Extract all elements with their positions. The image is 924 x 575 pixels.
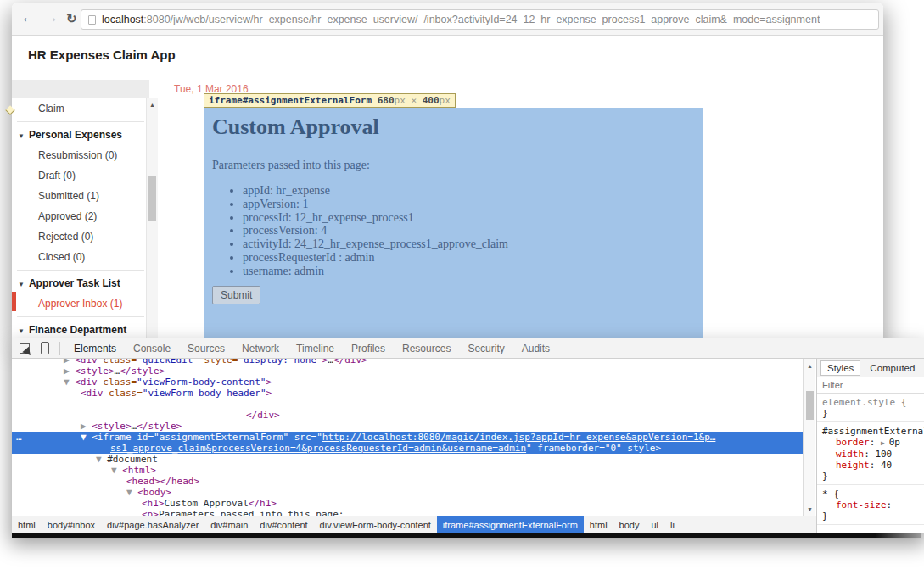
param-item: processVersion: 4 xyxy=(243,224,703,237)
inspect-element-icon[interactable] xyxy=(20,343,30,354)
tree-token: <div xyxy=(75,377,98,388)
tree-token: ▶ xyxy=(64,366,75,377)
styles-filter-input[interactable] xyxy=(817,377,924,394)
dom-tree-row[interactable]: …▼ <iframe id="assignmentExternalForm" s… xyxy=(12,432,803,443)
tree-token: style= xyxy=(199,359,238,366)
breadcrumb-item[interactable]: body xyxy=(613,516,646,533)
css-property[interactable]: width: 100 xyxy=(822,449,924,460)
row-overflow-marker: … xyxy=(16,432,23,443)
sidebar-item[interactable]: Rejected (0) xyxy=(12,226,149,247)
css-selector[interactable]: * { xyxy=(822,488,924,500)
app-title: HR Expenses Claim App xyxy=(28,47,176,62)
tree-token: <iframe xyxy=(92,432,131,443)
breadcrumb-item[interactable]: html xyxy=(584,516,613,533)
tree-token: #document xyxy=(107,454,158,465)
sidebar-item[interactable]: Approver Inbox (1) xyxy=(12,293,149,314)
devtools-tab-audits[interactable]: Audits xyxy=(513,339,558,358)
tree-token: <div xyxy=(81,388,104,399)
styles-pane-tab-computed[interactable]: Computed xyxy=(864,361,921,375)
tree-token: ▶ xyxy=(64,359,75,366)
forward-icon[interactable]: → xyxy=(44,9,59,26)
dom-tree-row[interactable]: ▼ <body> xyxy=(12,487,803,498)
breadcrumb-item[interactable]: li xyxy=(664,516,680,533)
tree-token: "viewForm-body-content" xyxy=(137,377,266,388)
dom-tree-row[interactable]: ss1_approve_claim&processVersion=4&proce… xyxy=(12,443,803,454)
submit-button[interactable]: Submit xyxy=(212,286,260,304)
tree-token: ▼ xyxy=(111,465,122,476)
breadcrumb-item[interactable]: div#page.hasAnalyzer xyxy=(101,516,204,533)
dom-tree-row[interactable]: ▶ <style>…</style> xyxy=(12,366,803,377)
breadcrumb-item[interactable]: div#content xyxy=(254,516,313,533)
tooltip-width: 680 xyxy=(378,95,395,106)
dom-tree-row[interactable]: <div class="viewForm-body-header"> xyxy=(12,388,803,399)
css-selector[interactable]: #assignmentExternalForm { xyxy=(822,426,924,437)
page-icon xyxy=(88,15,96,25)
dom-tree-row[interactable]: ▼ #document xyxy=(12,454,803,465)
scroll-down-icon[interactable]: ▼ xyxy=(807,506,813,512)
iframe-highlight-overlay: Custom Approval Parameters passed into t… xyxy=(204,108,703,338)
sidebar-group-header[interactable]: ▼Approver Task List xyxy=(12,273,149,293)
device-mode-icon[interactable] xyxy=(41,342,49,354)
devtools-tab-network[interactable]: Network xyxy=(233,339,288,358)
tree-token: " xyxy=(316,432,322,443)
reload-icon[interactable]: ↻ xyxy=(66,11,77,26)
dom-tree-row[interactable]: ▶ <div class="quickEdit" style="display:… xyxy=(12,359,803,366)
elements-scrollbar[interactable]: ▲ ▼ xyxy=(803,359,815,516)
scroll-up-icon[interactable]: ▲ xyxy=(807,363,813,369)
devtools-tab-sources[interactable]: Sources xyxy=(179,339,233,358)
dom-tree-row[interactable]: ▼ <div class="viewForm-body-content"> xyxy=(12,377,803,388)
dom-tree-row[interactable]: </div> xyxy=(12,410,803,421)
css-property[interactable]: border: ▶ 0p xyxy=(822,437,924,449)
styles-pane: StylesComputed element.style {}#assignme… xyxy=(817,359,924,533)
tree-token: </style> xyxy=(137,421,182,432)
tree-token: </div> xyxy=(246,410,280,421)
tree-token: <style> xyxy=(92,421,131,432)
dom-tree-row[interactable]: <h1>Custom Approval</h1> xyxy=(12,498,803,509)
devtools-tab-elements[interactable]: Elements xyxy=(65,339,125,358)
url-host: localhost xyxy=(102,14,143,25)
tree-token: ▶ xyxy=(81,421,92,432)
breadcrumb-item[interactable]: body#inbox xyxy=(42,516,101,533)
breadcrumb-item[interactable]: div.viewForm-body-content xyxy=(314,516,437,533)
sidebar-scrollbar[interactable]: ▲ xyxy=(146,98,158,338)
styles-pane-tab-styles[interactable]: Styles xyxy=(820,360,860,376)
dom-tree-row[interactable] xyxy=(12,399,803,410)
sidebar-group-header[interactable]: ▼Personal Expenses xyxy=(12,125,149,145)
scrollbar-thumb[interactable] xyxy=(148,176,156,221)
scrollbar-thumb[interactable] xyxy=(806,391,814,420)
tree-token: > xyxy=(655,443,661,454)
dom-tree-row[interactable]: ▶ <style>…</style> xyxy=(12,421,803,432)
tree-token: <html> xyxy=(122,465,156,476)
address-bar[interactable]: localhost:8080/jw/web/userview/hr_expens… xyxy=(81,9,879,30)
css-selector[interactable]: element.style { xyxy=(822,397,924,408)
chevron-down-icon: ▼ xyxy=(18,132,25,140)
scroll-up-icon[interactable]: ▲ xyxy=(149,102,155,108)
dom-tree-row[interactable]: ▼ <html> xyxy=(12,465,803,476)
sidebar-group-header[interactable]: ▼Finance Department xyxy=(12,320,149,338)
css-property[interactable]: font-size: xyxy=(822,500,924,511)
sidebar-item[interactable]: Approved (2) xyxy=(12,206,149,226)
sidebar-separator xyxy=(17,121,144,122)
sidebar-item[interactable]: Draft (0) xyxy=(12,165,149,186)
sidebar-item[interactable]: Closed (0) xyxy=(12,247,149,267)
devtools-tab-timeline[interactable]: Timeline xyxy=(288,339,343,358)
breadcrumb-item[interactable]: iframe#assignmentExternalForm xyxy=(437,516,584,533)
devtools-tab-console[interactable]: Console xyxy=(125,339,179,358)
sidebar-item[interactable]: Resubmission (0) xyxy=(12,145,149,165)
devtools-tab-security[interactable]: Security xyxy=(459,339,512,358)
back-icon[interactable]: ← xyxy=(21,9,36,26)
iframe-intro: Parameters passed into this page: xyxy=(212,159,703,172)
breadcrumb-item[interactable]: ul xyxy=(645,516,664,533)
breadcrumb-item[interactable]: div#main xyxy=(204,516,254,533)
css-property[interactable]: height: 40 xyxy=(822,460,924,471)
expand-icon[interactable]: ▶ xyxy=(881,439,889,447)
breadcrumb-item[interactable]: html xyxy=(12,516,42,533)
devtools-tab-profiles[interactable]: Profiles xyxy=(343,339,394,358)
devtools-tab-resources[interactable]: Resources xyxy=(394,339,459,358)
sidebar-item[interactable]: Claim xyxy=(12,98,149,119)
devtools-panel: ElementsConsoleSourcesNetworkTimelinePro… xyxy=(12,338,924,533)
dom-tree-row[interactable]: <head></head> xyxy=(12,476,803,487)
sidebar-item[interactable]: Submitted (1) xyxy=(12,186,149,206)
css-rule-close: } xyxy=(822,408,924,419)
inspect-tooltip: iframe#assignmentExternalForm 680px × 40… xyxy=(204,93,456,108)
